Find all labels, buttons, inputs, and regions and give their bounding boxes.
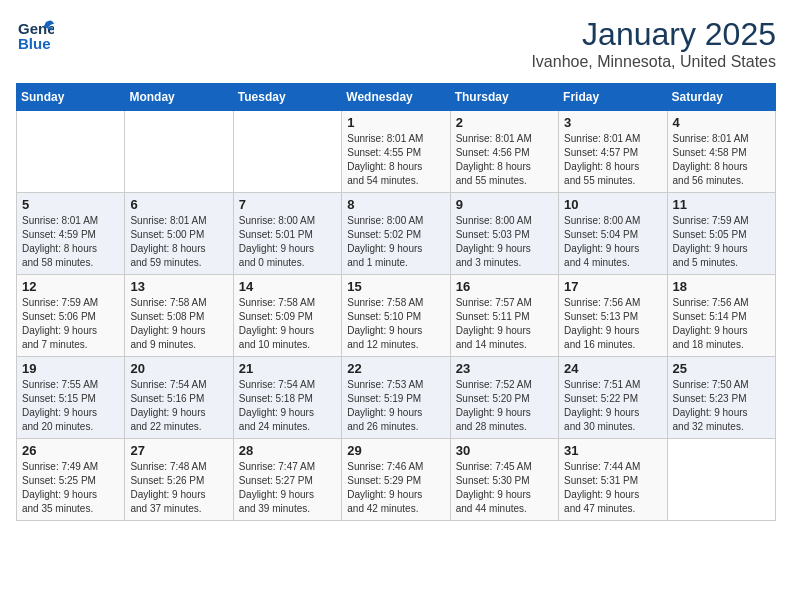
calendar-cell: 24Sunrise: 7:51 AM Sunset: 5:22 PM Dayli… [559,357,667,439]
day-info: Sunrise: 7:56 AM Sunset: 5:14 PM Dayligh… [673,296,770,352]
calendar-cell: 28Sunrise: 7:47 AM Sunset: 5:27 PM Dayli… [233,439,341,521]
day-info: Sunrise: 7:55 AM Sunset: 5:15 PM Dayligh… [22,378,119,434]
day-info: Sunrise: 8:00 AM Sunset: 5:03 PM Dayligh… [456,214,553,270]
day-number: 8 [347,197,444,212]
calendar-cell: 2Sunrise: 8:01 AM Sunset: 4:56 PM Daylig… [450,111,558,193]
calendar-cell [667,439,775,521]
day-number: 27 [130,443,227,458]
day-number: 14 [239,279,336,294]
day-info: Sunrise: 7:58 AM Sunset: 5:10 PM Dayligh… [347,296,444,352]
day-info: Sunrise: 8:00 AM Sunset: 5:01 PM Dayligh… [239,214,336,270]
day-number: 31 [564,443,661,458]
page-subtitle: Ivanhoe, Minnesota, United States [531,53,776,71]
day-number: 26 [22,443,119,458]
day-info: Sunrise: 7:59 AM Sunset: 5:06 PM Dayligh… [22,296,119,352]
logo: General Blue [16,16,54,58]
day-info: Sunrise: 7:51 AM Sunset: 5:22 PM Dayligh… [564,378,661,434]
calendar-cell: 21Sunrise: 7:54 AM Sunset: 5:18 PM Dayli… [233,357,341,439]
day-number: 12 [22,279,119,294]
calendar-cell: 1Sunrise: 8:01 AM Sunset: 4:55 PM Daylig… [342,111,450,193]
day-number: 1 [347,115,444,130]
calendar-cell: 13Sunrise: 7:58 AM Sunset: 5:08 PM Dayli… [125,275,233,357]
day-info: Sunrise: 7:54 AM Sunset: 5:16 PM Dayligh… [130,378,227,434]
day-info: Sunrise: 7:58 AM Sunset: 5:08 PM Dayligh… [130,296,227,352]
header-thursday: Thursday [450,84,558,111]
calendar-cell: 31Sunrise: 7:44 AM Sunset: 5:31 PM Dayli… [559,439,667,521]
calendar-week-2: 5Sunrise: 8:01 AM Sunset: 4:59 PM Daylig… [17,193,776,275]
day-number: 9 [456,197,553,212]
calendar-cell: 17Sunrise: 7:56 AM Sunset: 5:13 PM Dayli… [559,275,667,357]
day-info: Sunrise: 7:46 AM Sunset: 5:29 PM Dayligh… [347,460,444,516]
calendar-table: SundayMondayTuesdayWednesdayThursdayFrid… [16,83,776,521]
day-number: 24 [564,361,661,376]
header-saturday: Saturday [667,84,775,111]
day-number: 2 [456,115,553,130]
header-sunday: Sunday [17,84,125,111]
day-number: 3 [564,115,661,130]
calendar-cell: 15Sunrise: 7:58 AM Sunset: 5:10 PM Dayli… [342,275,450,357]
day-info: Sunrise: 7:50 AM Sunset: 5:23 PM Dayligh… [673,378,770,434]
day-number: 30 [456,443,553,458]
day-info: Sunrise: 7:52 AM Sunset: 5:20 PM Dayligh… [456,378,553,434]
day-number: 17 [564,279,661,294]
day-number: 4 [673,115,770,130]
day-info: Sunrise: 7:53 AM Sunset: 5:19 PM Dayligh… [347,378,444,434]
calendar-cell: 8Sunrise: 8:00 AM Sunset: 5:02 PM Daylig… [342,193,450,275]
day-info: Sunrise: 8:01 AM Sunset: 4:55 PM Dayligh… [347,132,444,188]
day-info: Sunrise: 7:47 AM Sunset: 5:27 PM Dayligh… [239,460,336,516]
calendar-header-row: SundayMondayTuesdayWednesdayThursdayFrid… [17,84,776,111]
title-block: January 2025 Ivanhoe, Minnesota, United … [531,16,776,71]
calendar-cell: 11Sunrise: 7:59 AM Sunset: 5:05 PM Dayli… [667,193,775,275]
day-number: 6 [130,197,227,212]
calendar-cell: 25Sunrise: 7:50 AM Sunset: 5:23 PM Dayli… [667,357,775,439]
calendar-cell [17,111,125,193]
day-number: 25 [673,361,770,376]
day-number: 7 [239,197,336,212]
calendar-week-1: 1Sunrise: 8:01 AM Sunset: 4:55 PM Daylig… [17,111,776,193]
day-info: Sunrise: 8:01 AM Sunset: 4:58 PM Dayligh… [673,132,770,188]
calendar-cell: 16Sunrise: 7:57 AM Sunset: 5:11 PM Dayli… [450,275,558,357]
day-info: Sunrise: 7:59 AM Sunset: 5:05 PM Dayligh… [673,214,770,270]
calendar-cell: 10Sunrise: 8:00 AM Sunset: 5:04 PM Dayli… [559,193,667,275]
calendar-cell: 9Sunrise: 8:00 AM Sunset: 5:03 PM Daylig… [450,193,558,275]
logo-icon: General Blue [16,16,54,58]
day-number: 16 [456,279,553,294]
day-info: Sunrise: 7:45 AM Sunset: 5:30 PM Dayligh… [456,460,553,516]
day-number: 22 [347,361,444,376]
day-number: 20 [130,361,227,376]
calendar-cell: 27Sunrise: 7:48 AM Sunset: 5:26 PM Dayli… [125,439,233,521]
day-number: 11 [673,197,770,212]
day-info: Sunrise: 8:01 AM Sunset: 4:57 PM Dayligh… [564,132,661,188]
calendar-cell: 23Sunrise: 7:52 AM Sunset: 5:20 PM Dayli… [450,357,558,439]
calendar-cell: 7Sunrise: 8:00 AM Sunset: 5:01 PM Daylig… [233,193,341,275]
day-info: Sunrise: 7:49 AM Sunset: 5:25 PM Dayligh… [22,460,119,516]
day-number: 23 [456,361,553,376]
calendar-cell: 5Sunrise: 8:01 AM Sunset: 4:59 PM Daylig… [17,193,125,275]
calendar-cell: 30Sunrise: 7:45 AM Sunset: 5:30 PM Dayli… [450,439,558,521]
calendar-cell: 3Sunrise: 8:01 AM Sunset: 4:57 PM Daylig… [559,111,667,193]
day-number: 28 [239,443,336,458]
calendar-cell [125,111,233,193]
svg-text:Blue: Blue [18,35,51,52]
day-number: 15 [347,279,444,294]
calendar-cell: 6Sunrise: 8:01 AM Sunset: 5:00 PM Daylig… [125,193,233,275]
day-info: Sunrise: 8:01 AM Sunset: 4:56 PM Dayligh… [456,132,553,188]
calendar-cell: 22Sunrise: 7:53 AM Sunset: 5:19 PM Dayli… [342,357,450,439]
day-number: 18 [673,279,770,294]
calendar-cell: 26Sunrise: 7:49 AM Sunset: 5:25 PM Dayli… [17,439,125,521]
day-number: 21 [239,361,336,376]
day-number: 29 [347,443,444,458]
calendar-cell: 19Sunrise: 7:55 AM Sunset: 5:15 PM Dayli… [17,357,125,439]
calendar-cell: 14Sunrise: 7:58 AM Sunset: 5:09 PM Dayli… [233,275,341,357]
day-info: Sunrise: 7:57 AM Sunset: 5:11 PM Dayligh… [456,296,553,352]
day-info: Sunrise: 7:54 AM Sunset: 5:18 PM Dayligh… [239,378,336,434]
day-info: Sunrise: 7:44 AM Sunset: 5:31 PM Dayligh… [564,460,661,516]
header-wednesday: Wednesday [342,84,450,111]
day-info: Sunrise: 7:58 AM Sunset: 5:09 PM Dayligh… [239,296,336,352]
day-number: 10 [564,197,661,212]
header-friday: Friday [559,84,667,111]
calendar-cell: 18Sunrise: 7:56 AM Sunset: 5:14 PM Dayli… [667,275,775,357]
day-number: 5 [22,197,119,212]
calendar-week-3: 12Sunrise: 7:59 AM Sunset: 5:06 PM Dayli… [17,275,776,357]
header-monday: Monday [125,84,233,111]
